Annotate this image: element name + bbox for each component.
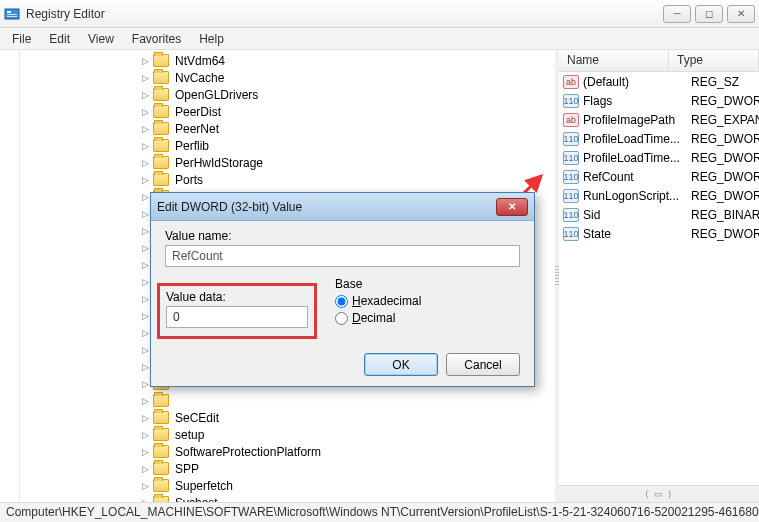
- value-data-label: Value data:: [166, 290, 308, 304]
- value-icon: 110: [563, 151, 579, 165]
- value-name: ProfileLoadTime...: [583, 151, 691, 165]
- expand-icon[interactable]: ▷: [140, 157, 151, 168]
- status-path: Computer\HKEY_LOCAL_MACHINE\SOFTWARE\Mic…: [6, 505, 759, 519]
- window-title: Registry Editor: [26, 7, 663, 21]
- list-header[interactable]: Name Type: [559, 50, 759, 72]
- tree-item[interactable]: ▷PeerNet: [140, 120, 555, 137]
- list-row[interactable]: 110ProfileLoadTime...REG_DWORD: [559, 129, 759, 148]
- value-icon: 110: [563, 227, 579, 241]
- expand-icon[interactable]: ▷: [140, 429, 151, 440]
- list-row[interactable]: abProfileImagePathREG_EXPAND_S: [559, 110, 759, 129]
- radio-decimal[interactable]: [335, 312, 348, 325]
- folder-icon: [153, 479, 169, 492]
- list-row[interactable]: 110SidREG_BINARY: [559, 205, 759, 224]
- status-bar: Computer\HKEY_LOCAL_MACHINE\SOFTWARE\Mic…: [0, 502, 759, 522]
- menu-file[interactable]: File: [4, 30, 39, 48]
- tree-item-label: Perflib: [171, 139, 209, 153]
- folder-icon: [153, 54, 169, 67]
- minimize-button[interactable]: ─: [663, 5, 691, 23]
- tree-item[interactable]: ▷Svchost: [140, 494, 555, 502]
- radio-hexadecimal[interactable]: [335, 295, 348, 308]
- expand-icon[interactable]: ▷: [140, 123, 151, 134]
- expand-icon[interactable]: ▷: [140, 72, 151, 83]
- list-row[interactable]: 110StateREG_DWORD: [559, 224, 759, 243]
- expand-icon[interactable]: ▷: [140, 89, 151, 100]
- menu-favorites[interactable]: Favorites: [124, 30, 189, 48]
- tree-item-label: NtVdm64: [171, 54, 225, 68]
- tree-item[interactable]: ▷setup: [140, 426, 555, 443]
- list-row[interactable]: ab(Default)REG_SZ: [559, 72, 759, 91]
- list-row[interactable]: 110RunLogonScript...REG_DWORD: [559, 186, 759, 205]
- expand-icon[interactable]: ▷: [140, 463, 151, 474]
- value-icon: 110: [563, 94, 579, 108]
- tree-item-label: OpenGLDrivers: [171, 88, 258, 102]
- tree-item[interactable]: ▷SeCEdit: [140, 409, 555, 426]
- expand-icon[interactable]: ▷: [140, 140, 151, 151]
- value-icon: 110: [563, 132, 579, 146]
- left-gutter: [0, 50, 20, 502]
- tree-item-label: setup: [171, 428, 204, 442]
- tree-item-label: PeerNet: [171, 122, 219, 136]
- tree-item-label: SPP: [171, 462, 199, 476]
- value-type: REG_DWORD: [691, 189, 759, 203]
- folder-icon: [153, 88, 169, 101]
- value-name: (Default): [583, 75, 691, 89]
- value-name: ProfileLoadTime...: [583, 132, 691, 146]
- menu-edit[interactable]: Edit: [41, 30, 78, 48]
- tree-item[interactable]: ▷PeerDist: [140, 103, 555, 120]
- folder-icon: [153, 173, 169, 186]
- radio-decimal-label[interactable]: Decimal: [352, 311, 395, 325]
- value-name: ProfileImagePath: [583, 113, 691, 127]
- tree-item[interactable]: ▷NtVdm64: [140, 52, 555, 69]
- tree-item-label: PeerDist: [171, 105, 221, 119]
- tree-item[interactable]: ▷NvCache: [140, 69, 555, 86]
- radio-hexadecimal-label[interactable]: Hexadecimal: [352, 294, 421, 308]
- list-row[interactable]: 110ProfileLoadTime...REG_DWORD: [559, 148, 759, 167]
- value-data-input[interactable]: [166, 306, 308, 328]
- tree-item[interactable]: ▷Ports: [140, 171, 555, 188]
- value-type: REG_DWORD: [691, 227, 759, 241]
- ok-button[interactable]: OK: [364, 353, 438, 376]
- menu-view[interactable]: View: [80, 30, 122, 48]
- tree-item[interactable]: ▷SPP: [140, 460, 555, 477]
- folder-icon: [153, 394, 169, 407]
- maximize-button[interactable]: ◻: [695, 5, 723, 23]
- list-body[interactable]: ab(Default)REG_SZ110FlagsREG_DWORDabProf…: [559, 72, 759, 485]
- splitter[interactable]: [555, 50, 559, 502]
- tree-item[interactable]: ▷OpenGLDrivers: [140, 86, 555, 103]
- list-row[interactable]: 110RefCountREG_DWORD: [559, 167, 759, 186]
- expand-icon[interactable]: ▷: [140, 446, 151, 457]
- list-row[interactable]: 110FlagsREG_DWORD: [559, 91, 759, 110]
- tree-item[interactable]: ▷PerHwIdStorage: [140, 154, 555, 171]
- tree-item[interactable]: ▷Superfetch: [140, 477, 555, 494]
- horizontal-scrollbar[interactable]: ⟨ ▭ ⟩: [559, 485, 759, 502]
- expand-icon[interactable]: ▷: [140, 395, 151, 406]
- column-type[interactable]: Type: [669, 50, 759, 71]
- column-name[interactable]: Name: [559, 50, 669, 71]
- folder-icon: [153, 445, 169, 458]
- dialog-close-button[interactable]: ✕: [496, 198, 528, 216]
- value-icon: ab: [563, 113, 579, 127]
- expand-icon[interactable]: ▷: [140, 480, 151, 491]
- folder-icon: [153, 122, 169, 135]
- value-type: REG_DWORD: [691, 132, 759, 146]
- folder-icon: [153, 411, 169, 424]
- expand-icon[interactable]: ▷: [140, 55, 151, 66]
- tree-item[interactable]: ▷SoftwareProtectionPlatform: [140, 443, 555, 460]
- value-type: REG_SZ: [691, 75, 759, 89]
- value-icon: 110: [563, 208, 579, 222]
- dialog-title-bar[interactable]: Edit DWORD (32-bit) Value ✕: [151, 193, 534, 221]
- folder-icon: [153, 156, 169, 169]
- expand-icon[interactable]: ▷: [140, 174, 151, 185]
- expand-icon[interactable]: ▷: [140, 106, 151, 117]
- tree-item[interactable]: ▷Perflib: [140, 137, 555, 154]
- tree-item[interactable]: ▷: [140, 392, 555, 409]
- value-type: REG_DWORD: [691, 151, 759, 165]
- value-name-input[interactable]: [165, 245, 520, 267]
- title-bar: Registry Editor ─ ◻ ✕: [0, 0, 759, 28]
- list-pane: Name Type ab(Default)REG_SZ110FlagsREG_D…: [559, 50, 759, 502]
- close-button[interactable]: ✕: [727, 5, 755, 23]
- menu-help[interactable]: Help: [191, 30, 232, 48]
- expand-icon[interactable]: ▷: [140, 412, 151, 423]
- cancel-button[interactable]: Cancel: [446, 353, 520, 376]
